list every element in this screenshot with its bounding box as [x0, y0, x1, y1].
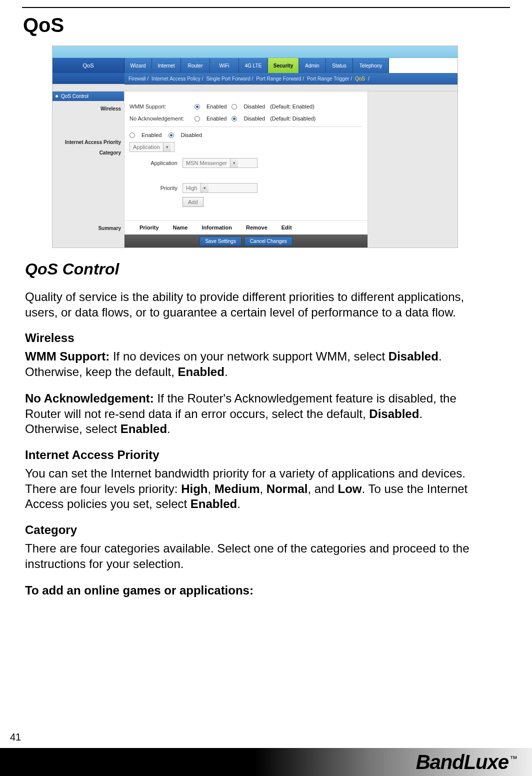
tab-status[interactable]: Status — [326, 58, 353, 73]
main-column: WMM Support: Enabled Disabled (Default: … — [124, 92, 368, 248]
radio-iap-disabled[interactable] — [168, 132, 174, 138]
heading-category: Category — [25, 523, 480, 537]
bullet-icon — [56, 95, 58, 98]
para-category: There are four categories available. Sel… — [25, 541, 480, 572]
save-settings-button[interactable]: Save Settings — [200, 236, 242, 246]
row-priority: Priority High ▾ — [124, 180, 368, 196]
subtab-prt[interactable]: Port Range Trigger / — [307, 76, 352, 82]
heading-wireless: Wireless — [25, 331, 480, 345]
radio-iap-enabled[interactable] — [130, 132, 135, 138]
tab-wizard[interactable]: Wizard — [124, 58, 152, 73]
side-header-text: QoS Control — [61, 94, 88, 99]
radio-noack-enabled[interactable] — [194, 116, 200, 122]
text-noack-end: . — [167, 422, 170, 436]
main-tabs: Wizard Internet Router WiFi 4G LTE Secur… — [124, 58, 458, 73]
trademark-icon: ™ — [510, 754, 517, 763]
add-button[interactable]: Add — [182, 197, 204, 207]
bold-high: High — [181, 482, 208, 496]
side-label-wireless: Wireless — [52, 102, 124, 112]
bold-wmm-enabled: Enabled — [178, 365, 224, 378]
col-name: Name — [173, 224, 188, 230]
col-information: Information — [202, 224, 232, 230]
tab-router[interactable]: Router — [181, 58, 210, 73]
label-wmm: WMM Support: — [130, 104, 190, 110]
label-priority: Priority — [130, 185, 178, 191]
router-screenshot: QoS Wizard Internet Router WiFi 4G LTE S… — [52, 46, 458, 248]
row-add: Add — [124, 196, 368, 210]
radio-wmm-disabled[interactable] — [232, 104, 237, 110]
bold-normal: Normal — [266, 482, 308, 496]
para-iap: You can set the Internet bandwidth prior… — [25, 466, 480, 512]
subtab-firewall[interactable]: Firewall / — [128, 76, 148, 82]
subtab-spf[interactable]: Single Port Forward / — [206, 76, 253, 82]
text-iap-disabled: Disabled — [180, 132, 202, 138]
tab-4glte[interactable]: 4G LTE — [239, 58, 268, 73]
tab-internet[interactable]: Internet — [152, 58, 181, 73]
category-dropdown[interactable]: Application ▾ — [130, 142, 174, 152]
text-wmm-disabled: Disabled — [244, 104, 265, 110]
side-column: QoS Control Wireless Internet Access Pri… — [52, 92, 124, 248]
text-wmm-end: . — [224, 365, 228, 378]
subtab-prf[interactable]: Port Range Forward / — [256, 76, 304, 82]
row-category-dd: Application ▾ — [124, 141, 368, 155]
panel-title: QoS — [52, 58, 124, 73]
tab-telephony[interactable]: Telephony — [353, 58, 389, 73]
label-application: Application — [130, 160, 178, 166]
chevron-down-icon[interactable]: ▾ — [230, 158, 238, 168]
row-noack: No Acknowledgement: Enabled Disabled (De… — [124, 112, 368, 124]
col-remove: Remove — [246, 224, 268, 230]
text-iap-enabled: Enabled — [142, 132, 162, 138]
bold-wmm-lead: WMM Support: — [25, 350, 110, 363]
sub-tabs: Firewall / Internet Access Policy / Sing… — [124, 73, 458, 84]
chevron-down-icon[interactable]: ▾ — [163, 142, 171, 152]
bold-noack-enabled: Enabled — [120, 422, 167, 436]
para-add: To add an online games or applications: — [25, 583, 480, 598]
row-wmm: WMM Support: Enabled Disabled (Default: … — [124, 100, 368, 112]
right-column — [368, 92, 458, 248]
text-noack-default: (Default: Disabled) — [270, 116, 316, 122]
bold-wmm-disabled: Disabled — [388, 350, 438, 363]
page-title: QoS — [23, 14, 510, 36]
bold-noack-lead: No Acknowledgement: — [25, 392, 154, 405]
tab-wifi[interactable]: WiFi — [210, 58, 239, 73]
left-spacer — [52, 73, 124, 84]
bold-medium: Medium — [214, 482, 260, 496]
subtab-slash: / — [368, 76, 370, 82]
application-dd-text: MSN Messenger — [183, 160, 230, 166]
divider — [130, 126, 362, 127]
side-label-category: Category — [52, 146, 124, 156]
heading-iap: Internet Access Priority — [25, 448, 480, 462]
bold-enabled: Enabled — [190, 497, 237, 510]
text-wmm-default: (Default: Enabled) — [270, 104, 314, 110]
application-dropdown[interactable]: MSN Messenger ▾ — [182, 158, 258, 168]
gray-strip — [52, 84, 458, 92]
text-wmm-rest: If no devices on your network support WM… — [110, 350, 388, 363]
para-intro: Quality of service is the ability to pro… — [25, 290, 480, 320]
label-noack: No Acknowledgement: — [130, 116, 190, 122]
bold-low: Low — [338, 482, 362, 496]
tab-admin[interactable]: Admin — [299, 58, 326, 73]
row-iap: Enabled Disabled — [124, 129, 368, 141]
bold-noack-disabled: Disabled — [369, 407, 419, 420]
para-wmm: WMM Support: If no devices on your netwo… — [25, 349, 480, 380]
cancel-changes-button[interactable]: Cancel Changes — [244, 236, 292, 246]
side-label-iap: Internet Access Priority — [52, 136, 124, 146]
brand-logo: BandLuxe™ — [416, 751, 517, 774]
chevron-down-icon[interactable]: ▾ — [200, 184, 208, 192]
subtab-qos[interactable]: QoS — [355, 76, 365, 82]
summary-header: Priority Name Information Remove Edit — [124, 220, 368, 234]
page-footer: BandLuxe™ — [0, 748, 532, 776]
col-edit: Edit — [282, 224, 292, 230]
priority-dropdown[interactable]: High ▾ — [182, 183, 258, 193]
sep1: , — [208, 482, 214, 496]
row-app: Application MSN Messenger ▾ — [124, 155, 368, 171]
heading-qos-control: QoS Control — [25, 260, 480, 278]
text-wmm-enabled: Enabled — [206, 104, 226, 110]
priority-dd-text: High — [183, 185, 200, 191]
subtab-iap[interactable]: Internet Access Policy / — [152, 76, 203, 82]
col-priority: Priority — [140, 224, 159, 230]
tab-security[interactable]: Security — [268, 58, 299, 73]
para-noack: No Acknowledgement: If the Router's Ackn… — [25, 391, 480, 437]
radio-noack-disabled[interactable] — [232, 116, 237, 122]
radio-wmm-enabled[interactable] — [194, 104, 200, 110]
